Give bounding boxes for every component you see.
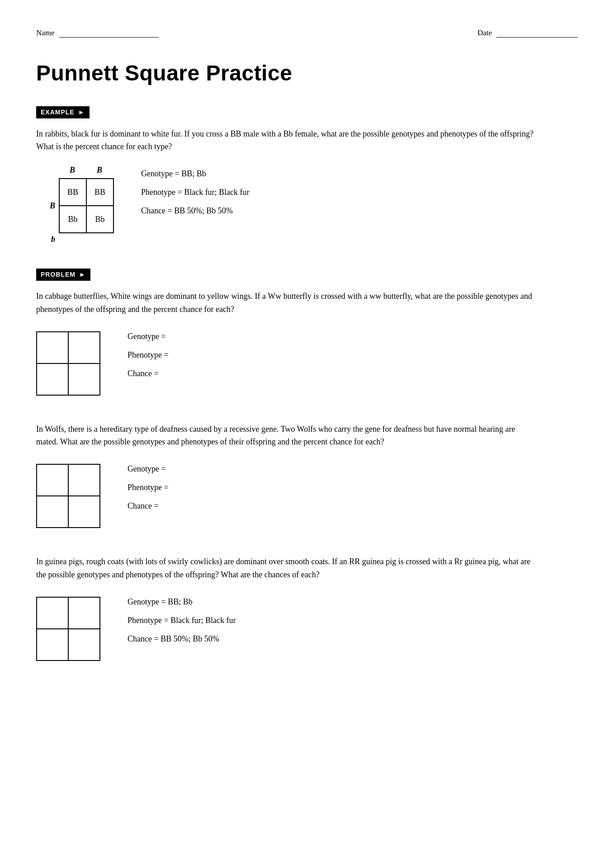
example-phenotype: Phenotype = Black fur; Black fur	[141, 186, 250, 198]
problem-2: In Wolfs, there is a hereditary type of …	[36, 423, 578, 533]
problem-3: In guinea pigs, rough coats (with lots o…	[36, 555, 578, 665]
p3-cell-r2c2	[69, 629, 100, 661]
problem-1-punnett-area: Genotype = Phenotype = Chance =	[36, 327, 578, 400]
example-genotype: Genotype = BB; Bb	[141, 168, 250, 180]
date-field: Date	[477, 27, 578, 39]
punnett-col-header-2: B	[86, 164, 113, 178]
punnett-col-header-1: B	[59, 164, 86, 178]
p3-cell-r1c2	[69, 598, 100, 629]
example-arrow-icon: ►	[78, 108, 85, 117]
p2-cell-r2c1	[37, 496, 69, 528]
example-chance: Chance = BB 50%; Bb 50%	[141, 205, 250, 217]
name-label: Name	[36, 27, 55, 39]
p1-cell-r1c2	[69, 332, 100, 364]
problem-2-genotype: Genotype =	[128, 463, 169, 475]
problem-2-phenotype: Phenotype =	[128, 481, 169, 494]
problem-1: In cabbage butterflies, White wings are …	[36, 290, 578, 400]
problem-1-punnett-square	[36, 331, 100, 396]
problem-3-punnett-square	[36, 597, 100, 661]
example-punnett-area: B B B BB BB Bb Bb b Gen	[36, 164, 578, 245]
example-punnett-square: B B B BB BB Bb Bb b	[36, 164, 114, 245]
problem-1-genotype: Genotype =	[128, 330, 169, 343]
problem-2-question: In Wolfs, there is a hereditary type of …	[36, 423, 534, 449]
example-section: EXAMPLE ► In rabbits, black fur is domin…	[36, 106, 578, 246]
problem-3-question: In guinea pigs, rough coats (with lots o…	[36, 555, 534, 581]
punnett-row-1: B BB BB Bb Bb	[36, 178, 114, 233]
punnett-header-row: B B	[59, 164, 114, 178]
p3-cell-r2c1	[37, 629, 69, 661]
p1-cell-r2c1	[37, 364, 69, 396]
header: Name Date	[36, 27, 578, 39]
problem-3-punnett-area: Genotype = BB; Bb Phenotype = Black fur;…	[36, 592, 578, 665]
problem-1-question: In cabbage butterflies, White wings are …	[36, 290, 534, 316]
p2-cell-r1c1	[37, 465, 69, 496]
punnett-cell-r2c2: Bb	[87, 206, 114, 233]
p3-cell-r1c1	[37, 598, 69, 629]
problem-1-answers: Genotype = Phenotype = Chance =	[128, 327, 169, 380]
punnett-row-2: b	[36, 233, 114, 245]
problem-arrow-icon: ►	[79, 270, 86, 279]
problem-1-phenotype: Phenotype =	[128, 349, 169, 361]
problem-2-chance: Chance =	[128, 500, 169, 512]
problem-1-chance: Chance =	[128, 368, 169, 380]
name-field: Name	[36, 27, 159, 39]
page-title: Punnett Square Practice	[36, 57, 578, 90]
problem-2-punnett-square	[36, 464, 100, 528]
problem-3-chance: Chance = BB 50%; Bb 50%	[128, 633, 236, 645]
p2-cell-r1c2	[69, 465, 100, 496]
example-label: EXAMPLE ►	[36, 106, 90, 118]
problem-label: PROBLEM ►	[36, 269, 90, 281]
problem-3-phenotype: Phenotype = Black fur; Black fur	[128, 614, 236, 627]
problem-2-answers: Genotype = Phenotype = Chance =	[128, 459, 169, 512]
date-label: Date	[477, 27, 492, 39]
punnett-row-label-2: b	[36, 233, 59, 245]
punnett-cell-r1c1: BB	[60, 179, 87, 206]
punnett-row-label-1: B	[36, 200, 59, 212]
p1-cell-r1c1	[37, 332, 69, 364]
problem-3-answers: Genotype = BB; Bb Phenotype = Black fur;…	[128, 592, 236, 645]
p2-cell-r2c2	[69, 496, 100, 528]
punnett-body: B BB BB Bb Bb b	[36, 178, 114, 245]
problem-2-punnett-area: Genotype = Phenotype = Chance =	[36, 459, 578, 533]
punnett-cell-r2c1: Bb	[60, 206, 87, 233]
example-answers: Genotype = BB; Bb Phenotype = Black fur;…	[141, 164, 250, 217]
name-underline	[59, 28, 159, 38]
punnett-cell-r1c2: BB	[87, 179, 114, 206]
p1-cell-r2c2	[69, 364, 100, 396]
example-question: In rabbits, black fur is dominant to whi…	[36, 127, 534, 154]
problem-3-genotype: Genotype = BB; Bb	[128, 596, 236, 608]
punnett-grid-top: BB BB Bb Bb	[59, 178, 114, 233]
date-underline	[496, 28, 578, 38]
